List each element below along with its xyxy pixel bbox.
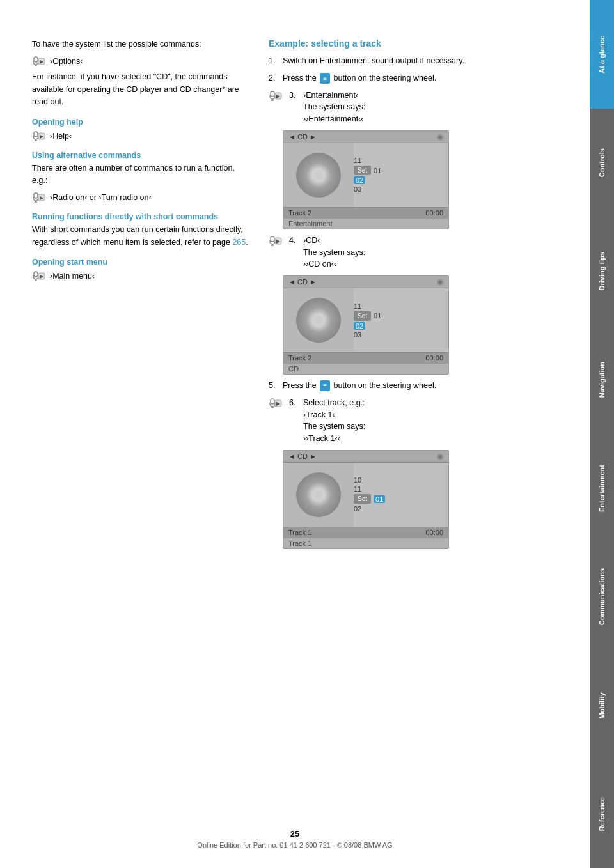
step-4: ▶ 4. ›CD‹ The system says: ››CD on‹‹	[269, 235, 571, 270]
step-4-content: ›CD‹ The system says: ››CD on‹‹	[303, 235, 571, 270]
cd-disc-2	[283, 288, 354, 352]
footer-text: Online Edition for Part no. 01 41 2 600 …	[197, 841, 392, 849]
track-num-2-01: 01	[374, 312, 381, 320]
right-column: Example: selecting a track 1. Switch on …	[269, 38, 571, 830]
track-row-3-2: 11	[354, 485, 445, 493]
sidebar-item-controls[interactable]: Controls	[590, 109, 614, 217]
cd-screen-1-footer: Track 2 00:00	[283, 207, 448, 218]
mic-icon-3: ▶	[32, 192, 46, 203]
radio-command: ▶ ›Radio on‹ or ›Turn radio on‹	[32, 192, 249, 203]
step-6-content: Select track, e.g.: ›Track 1‹ The system…	[303, 397, 571, 445]
track-num-3-11: 11	[354, 485, 361, 493]
set-btn-3: Set	[354, 494, 371, 504]
mic-icon: ▶	[32, 56, 46, 67]
options-cmd-text: ›Options‹	[50, 57, 83, 66]
track-row-2-1: 11	[354, 302, 445, 310]
tab-label-reference: Reference	[598, 789, 606, 839]
sidebar-item-mobility[interactable]: Mobility	[590, 651, 614, 760]
set-btn-1: Set	[354, 166, 371, 175]
cd-screen-2-header: ◄ CD ► ◉	[283, 276, 448, 288]
mic-icon-2: ▶	[32, 130, 46, 142]
step-4-num: 4.	[289, 235, 299, 247]
sidebar-item-communications[interactable]: Communications	[590, 543, 614, 651]
track-num-11: 11	[354, 157, 361, 164]
cd-screen-1-header: ◄ CD ► ◉	[283, 131, 448, 143]
track-num-2-02-selected: 02	[354, 322, 365, 330]
sidebar-item-driving[interactable]: Driving tips	[590, 217, 614, 326]
main-menu-command: ▶ ›Main menu‹	[32, 270, 249, 282]
step-5-num: 5.	[269, 380, 279, 392]
cd-screen-3-footer: Track 1 00:00	[283, 527, 448, 538]
opening-start-heading: Opening start menu	[32, 258, 249, 267]
running-heading: Running functions directly with short co…	[32, 212, 249, 221]
opening-help-heading: Opening help	[32, 118, 249, 127]
cd-screen-3: ◄ CD ► ◉ 10 11 Set	[283, 450, 449, 549]
tab-label-entertainment: Entertainment	[598, 457, 606, 520]
track-row-3-3: Set 01	[354, 494, 445, 504]
track-row-4: 03	[354, 185, 445, 193]
cd-top-icon-3: ◉	[437, 452, 443, 461]
steering-btn-1: ≡	[320, 73, 330, 84]
for-instance-text: For instance, if you have selected "CD",…	[32, 71, 249, 108]
track-row-2-2: Set 01	[354, 311, 445, 321]
cd-top-icon-2: ◉	[437, 277, 443, 286]
cd-disc-graphic-2	[296, 298, 341, 343]
sidebar-tabs: At a glance Controls Driving tips Naviga…	[590, 0, 614, 868]
sidebar-item-navigation[interactable]: Navigation	[590, 325, 614, 434]
step-3-content: ›Entertainment‹ The system says: ››Enter…	[303, 89, 571, 125]
steering-btn-2: ≡	[320, 380, 330, 391]
cd-disc-graphic-1	[296, 153, 341, 198]
step-1-num: 1.	[269, 55, 279, 67]
page-ref-link[interactable]: 265	[232, 238, 246, 247]
step-3: ▶ 3. ›Entertainment‹ The system says: ››…	[269, 89, 571, 125]
track-label-1: Track 2	[288, 209, 311, 217]
intro-text: To have the system list the possible com…	[32, 38, 249, 50]
cd-label-2: CD	[283, 363, 448, 374]
time-2: 00:00	[425, 354, 443, 362]
cd-disc-graphic-3	[296, 472, 341, 517]
cd-disc-3	[283, 463, 354, 527]
sidebar-item-at-a-glance[interactable]: At a glance	[590, 0, 614, 109]
track-row-3-1: 10	[354, 476, 445, 484]
track-row-2-4: 03	[354, 331, 445, 339]
track-label-2: Track 2	[288, 354, 311, 362]
tab-label-mobility: Mobility	[598, 685, 606, 727]
time-1: 00:00	[425, 209, 443, 217]
track-row-3: 02	[354, 176, 445, 184]
track-row-2-3: 02	[354, 322, 445, 330]
svg-text:▶: ▶	[276, 93, 281, 99]
svg-text:▶: ▶	[40, 274, 44, 279]
step-2-num: 2.	[269, 72, 279, 84]
cd-disc-1	[283, 143, 354, 207]
tab-label-controls: Controls	[598, 141, 606, 185]
radio-cmd-text: ›Radio on‹ or ›Turn radio on‹	[50, 193, 152, 202]
track-num-3-02: 02	[354, 505, 361, 513]
help-command: ▶ ›Help‹	[32, 130, 249, 142]
svg-rect-5	[34, 132, 38, 137]
svg-text:▶: ▶	[40, 134, 44, 139]
track-num-2-03: 03	[354, 331, 361, 339]
mic-icon-step3: ▶	[269, 90, 283, 102]
using-alt-text: There are often a number of commands to …	[32, 162, 249, 187]
using-alt-heading: Using alternative commands	[32, 151, 249, 160]
tab-label-communications: Communications	[598, 561, 606, 633]
help-cmd-text: ›Help‹	[50, 132, 72, 141]
cd-nav-left-1: ◄ CD ►	[288, 133, 317, 141]
example-heading: Example: selecting a track	[269, 38, 571, 49]
page-number: 25	[0, 829, 590, 839]
cd-screen-1-body: 11 Set 01 02 03	[283, 143, 448, 207]
time-3: 00:00	[425, 529, 443, 536]
sidebar-item-reference[interactable]: Reference	[590, 759, 614, 868]
track-row-2: Set 01	[354, 166, 445, 175]
step-1-text: Switch on Entertainment sound output if …	[283, 55, 571, 67]
track-label-3: Track 1	[288, 529, 311, 536]
cd-label-3: Track 1	[283, 538, 448, 548]
mic-icon-4: ▶	[32, 270, 46, 282]
step-2: 2. Press the ≡ button on the steering wh…	[269, 72, 571, 84]
cd-tracks-2: 11 Set 01 02 03	[354, 288, 448, 352]
track-row-1: 11	[354, 157, 445, 164]
sidebar-item-entertainment[interactable]: Entertainment	[590, 434, 614, 543]
cd-tracks-1: 11 Set 01 02 03	[354, 143, 448, 207]
cd-nav-left-2: ◄ CD ►	[288, 278, 317, 286]
step-3-num: 3.	[289, 89, 299, 102]
